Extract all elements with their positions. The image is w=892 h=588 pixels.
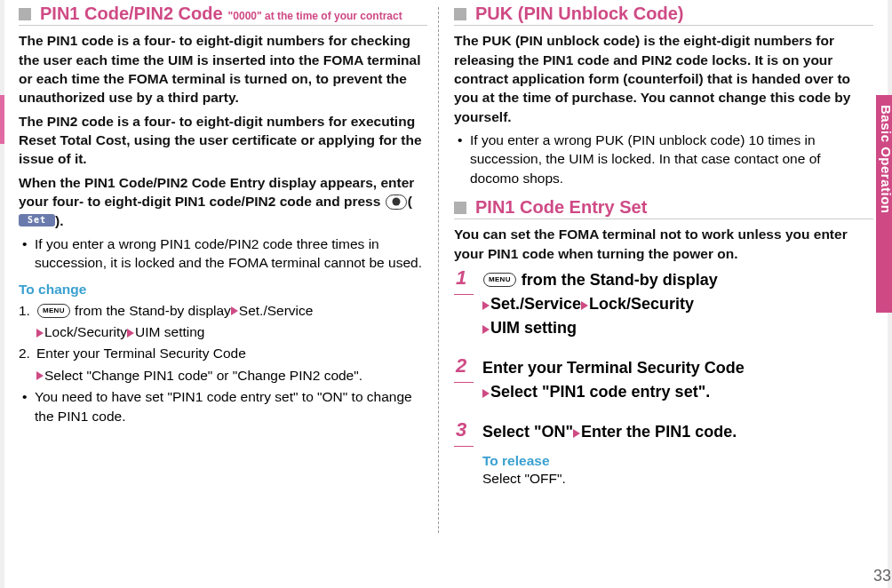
bullet-item: You need to have set "PIN1 code entry se… xyxy=(19,387,427,425)
text-fragment: Set./Service xyxy=(239,303,314,318)
left-column: PIN1 Code/PIN2 Code "0000" at the time o… xyxy=(8,0,434,588)
section-marker-icon xyxy=(19,8,31,20)
step-number: 1 xyxy=(456,266,466,290)
section-marker-icon xyxy=(454,8,466,20)
text-fragment: from the Stand-by display xyxy=(71,303,231,318)
paragraph: You can set the FOMA terminal not to wor… xyxy=(454,225,873,263)
text-fragment: from the Stand-by display xyxy=(517,271,718,289)
step-divider-icon xyxy=(454,445,474,447)
text-fragment: UIM setting xyxy=(490,319,577,337)
triangle-icon xyxy=(482,301,490,310)
bullet-item: If you enter a wrong PUK (PIN unblock co… xyxy=(454,131,873,187)
step-divider-icon xyxy=(454,381,474,383)
softkey-set-icon: Set xyxy=(19,214,55,226)
paragraph-fragment: ( xyxy=(408,194,412,209)
text-fragment: Set./Service xyxy=(490,295,581,313)
step-body: Select "ON"Enter the PIN1 code. xyxy=(482,420,873,444)
triangle-icon xyxy=(36,329,44,338)
side-tab-label: Basic Operation xyxy=(879,105,892,214)
paragraph: The PIN2 code is a four- to eight-digit … xyxy=(19,112,427,169)
menu-key-icon: MENU xyxy=(483,273,516,287)
step-number: 2 xyxy=(456,354,466,377)
paragraph: When the PIN1 Code/PIN2 Code Entry displ… xyxy=(19,173,427,230)
triangle-icon xyxy=(127,329,134,338)
section-heading-pin-code: PIN1 Code/PIN2 Code "0000" at the time o… xyxy=(19,3,427,26)
section-subtitle: "0000" at the time of your contract xyxy=(228,10,402,23)
paragraph: The PIN1 code is a four- to eight-digit … xyxy=(19,31,427,107)
text-fragment: Select "Change PIN1 code" or "Change PIN… xyxy=(44,368,362,383)
section-heading-puk: PUK (PIN Unblock Code) xyxy=(454,3,873,26)
text-fragment: Enter your Terminal Security Code xyxy=(482,359,745,377)
center-key-icon xyxy=(386,195,407,210)
triangle-icon xyxy=(482,389,490,398)
subheading-to-change: To change xyxy=(19,282,427,298)
text-fragment: Select "ON" xyxy=(482,423,573,441)
step-number: 3 xyxy=(456,418,466,441)
section-title: PIN1 Code Entry Set xyxy=(475,196,647,219)
text-fragment: Select "PIN1 code entry set". xyxy=(490,383,710,401)
step-divider-icon xyxy=(454,293,474,295)
numbered-line: 1. MENU from the Stand-by displaySet./Se… xyxy=(19,301,427,320)
list-number: 1. xyxy=(19,301,30,320)
numbered-line: 2. Enter your Terminal Security Code xyxy=(19,344,427,362)
section-title: PUK (PIN Unblock Code) xyxy=(475,3,683,25)
step-1: 1 MENU from the Stand-by display Set./Se… xyxy=(454,268,873,340)
column-divider xyxy=(438,7,440,533)
menu-key-icon: MENU xyxy=(37,304,70,318)
step-2: 2 Enter your Terminal Security Code Sele… xyxy=(454,356,873,404)
bullet-item: If you enter a wrong PIN1 code/PIN2 code… xyxy=(19,234,427,273)
paragraph: The PUK (PIN unblock code) is the eight-… xyxy=(454,31,873,126)
paragraph-fragment: When the PIN1 Code/PIN2 Code Entry displ… xyxy=(19,175,414,209)
triangle-icon xyxy=(581,301,588,310)
step-note: Select "OFF". xyxy=(482,471,873,487)
indented-line: Select "Change PIN1 code" or "Change PIN… xyxy=(19,366,427,385)
triangle-icon xyxy=(573,429,580,438)
step-body: Enter your Terminal Security Code Select… xyxy=(482,356,873,404)
text-fragment: Enter the PIN1 code. xyxy=(581,423,737,441)
text-fragment: Lock/Security xyxy=(589,295,694,313)
section-heading-entry-set: PIN1 Code Entry Set xyxy=(454,196,873,219)
triangle-icon xyxy=(482,325,490,334)
triangle-icon xyxy=(231,306,238,315)
page: PIN1 Code/PIN2 Code "0000" at the time o… xyxy=(0,0,892,588)
steps-list: 1 MENU from the Stand-by display Set./Se… xyxy=(454,268,873,487)
section-marker-icon xyxy=(454,202,466,214)
paragraph-fragment: ). xyxy=(55,213,63,228)
right-tab-rail: Basic Operation xyxy=(888,0,892,588)
page-number: 33 xyxy=(873,567,891,585)
content-columns: PIN1 Code/PIN2 Code "0000" at the time o… xyxy=(4,0,888,588)
right-column: PUK (PIN Unblock Code) The PUK (PIN unbl… xyxy=(443,0,880,588)
list-number: 2. xyxy=(19,344,30,362)
section-title: PIN1 Code/PIN2 Code xyxy=(40,3,223,25)
step-3: 3 Select "ON"Enter the PIN1 code. To rel… xyxy=(454,420,873,487)
text-fragment: Enter your Terminal Security Code xyxy=(36,346,246,361)
triangle-icon xyxy=(36,371,44,380)
step-subhead-release: To release xyxy=(482,453,873,469)
indented-line: Lock/SecurityUIM setting xyxy=(19,322,427,341)
text-fragment: UIM setting xyxy=(135,324,204,339)
step-body: MENU from the Stand-by display Set./Serv… xyxy=(482,268,873,340)
text-fragment: Lock/Security xyxy=(44,324,127,339)
